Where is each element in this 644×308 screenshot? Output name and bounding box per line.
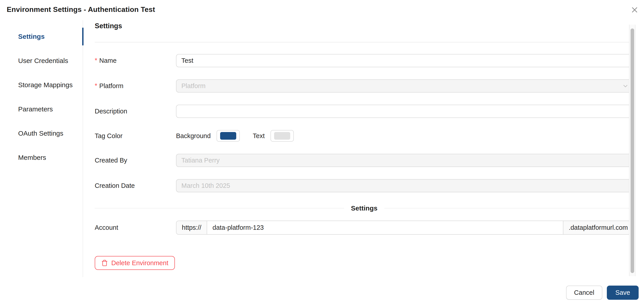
account-input[interactable] [207, 221, 563, 234]
section-divider-label: Settings [344, 204, 384, 212]
delete-environment-button[interactable]: Delete Environment [95, 256, 175, 270]
text-color-label: Text [253, 132, 265, 140]
delete-environment-label: Delete Environment [111, 259, 168, 267]
platform-select [176, 79, 634, 93]
save-button[interactable]: Save [607, 285, 639, 300]
modal-header: Environment Settings - Authentication Te… [0, 0, 644, 20]
text-color-picker[interactable] [270, 130, 294, 142]
sidebar-item-storage-mappings[interactable]: Storage Mappings [0, 73, 83, 97]
settings-sidebar: Settings User Credentials Storage Mappin… [0, 20, 83, 277]
background-color-swatch [220, 132, 236, 140]
account-label: Account [95, 224, 176, 231]
name-input[interactable] [176, 54, 634, 67]
sidebar-item-user-credentials[interactable]: User Credentials [0, 49, 83, 73]
modal-body: Settings User Credentials Storage Mappin… [0, 20, 644, 277]
name-row: * Name [95, 54, 634, 67]
account-domain-suffix: .dataplatformurl.com [563, 221, 633, 234]
modal-footer: Cancel Save [0, 277, 644, 308]
background-color-label: Background [176, 132, 211, 140]
description-label: Description [95, 108, 176, 115]
heading-divider [95, 42, 634, 43]
name-label: * Name [95, 57, 176, 64]
account-row: Account https:// .dataplatformurl.com [95, 221, 634, 235]
sidebar-item-members[interactable]: Members [0, 145, 83, 170]
creation-date-label: Creation Date [95, 182, 176, 189]
description-input[interactable] [176, 105, 634, 118]
close-button[interactable] [630, 5, 640, 15]
sidebar-item-parameters[interactable]: Parameters [0, 97, 83, 121]
platform-row: * Platform [95, 79, 634, 93]
creation-date-row: Creation Date [95, 179, 634, 192]
cancel-button[interactable]: Cancel [566, 285, 602, 300]
close-icon [631, 6, 638, 14]
text-color-swatch [274, 132, 290, 140]
scrollbar-track[interactable] [629, 25, 636, 276]
tag-color-label: Tag Color [95, 132, 176, 140]
required-asterisk: * [95, 82, 97, 89]
description-row: Description [95, 105, 634, 118]
created-by-row: Created By [95, 154, 634, 167]
platform-label: * Platform [95, 82, 176, 90]
required-asterisk: * [95, 57, 97, 64]
background-color-picker[interactable] [216, 130, 240, 142]
creation-date-input [176, 179, 634, 192]
tag-color-row: Tag Color Background Text [95, 130, 634, 142]
scrollbar-thumb[interactable] [630, 29, 634, 273]
settings-panel: Settings * Name * Platform [83, 20, 644, 277]
panel-heading: Settings [95, 22, 634, 30]
created-by-label: Created By [95, 157, 176, 164]
created-by-input [176, 154, 634, 167]
section-divider: Settings [95, 204, 634, 212]
sidebar-item-oauth-settings[interactable]: OAuth Settings [0, 121, 83, 145]
account-input-group: https:// .dataplatformurl.com [176, 221, 634, 235]
account-protocol-prefix: https:// [176, 221, 207, 234]
modal-title: Environment Settings - Authentication Te… [7, 6, 637, 14]
sidebar-item-settings[interactable]: Settings [0, 25, 83, 49]
trash-icon [101, 259, 108, 266]
